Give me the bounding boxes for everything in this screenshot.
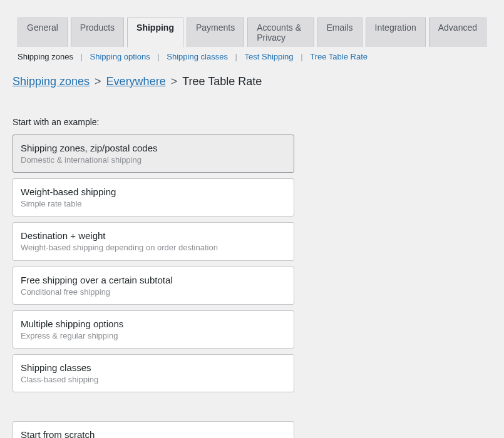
tab-shipping[interactable]: Shipping [127,18,183,48]
subnav-shipping-options[interactable]: Shipping options [86,52,154,61]
subnav-test-shipping[interactable]: Test Shipping [241,52,297,61]
option-description: Weight-based shipping depending on order… [21,242,286,253]
example-options: Shipping zones, zip/postal codes Domesti… [0,135,307,392]
option-free-shipping[interactable]: Free shipping over a certain subtotal Co… [13,267,294,305]
tab-payments[interactable]: Payments [187,18,244,47]
option-description: Simple rate table [21,198,286,210]
tab-products[interactable]: Products [71,18,124,47]
option-title: Shipping zones, zip/postal codes [21,141,286,155]
option-title: Destination + weight [21,229,286,242]
tab-advanced[interactable]: Advanced [429,18,486,47]
option-description: Conditional free shipping [21,287,286,298]
tab-emails[interactable]: Emails [317,18,363,47]
breadcrumb-current: Tree Table Rate [182,75,262,88]
option-title: Multiple shipping options [21,317,286,330]
subnav-separator: | [156,52,160,61]
option-destination-weight[interactable]: Destination + weight Weight-based shippi… [13,222,294,260]
tab-general[interactable]: General [18,18,68,47]
option-title: Free shipping over a certain subtotal [21,273,286,287]
option-shipping-classes[interactable]: Shipping classes Class-based shipping [13,354,294,392]
settings-tabs: General Products Shipping Payments Accou… [0,0,504,47]
option-multiple-shipping[interactable]: Multiple shipping options Express & regu… [13,310,294,349]
subnav-tree-table-rate[interactable]: Tree Table Rate [306,52,371,61]
tab-integration[interactable]: Integration [366,18,426,47]
start-from-scratch[interactable]: Start from scratch [13,421,294,438]
option-description: Express & regular shipping [21,330,286,342]
shipping-subnav: Shipping zones | Shipping options | Ship… [0,47,504,64]
option-weight-based[interactable]: Weight-based shipping Simple rate table [13,178,294,216]
subnav-separator: | [299,52,304,61]
scratch-label: Start from scratch [21,429,286,438]
option-description: Domestic & international shipping [21,155,286,166]
subnav-shipping-zones[interactable]: Shipping zones [14,52,77,61]
subnav-separator: | [234,52,239,61]
subnav-separator: | [80,52,84,61]
breadcrumb: Shipping zones > Everywhere > Tree Table… [0,64,504,93]
section-label: Start with an example: [0,93,504,135]
tab-accounts-privacy[interactable]: Accounts & Privacy [247,18,314,47]
breadcrumb-separator: > [171,75,178,88]
subnav-shipping-classes[interactable]: Shipping classes [163,52,232,61]
option-shipping-zones[interactable]: Shipping zones, zip/postal codes Domesti… [13,135,294,173]
option-title: Weight-based shipping [21,185,286,198]
scratch-section: Start from scratch [0,421,504,438]
option-description: Class-based shipping [21,374,286,385]
breadcrumb-separator: > [95,75,101,88]
breadcrumb-everywhere[interactable]: Everywhere [106,75,166,88]
breadcrumb-shipping-zones[interactable]: Shipping zones [13,75,90,88]
option-title: Shipping classes [21,361,286,374]
